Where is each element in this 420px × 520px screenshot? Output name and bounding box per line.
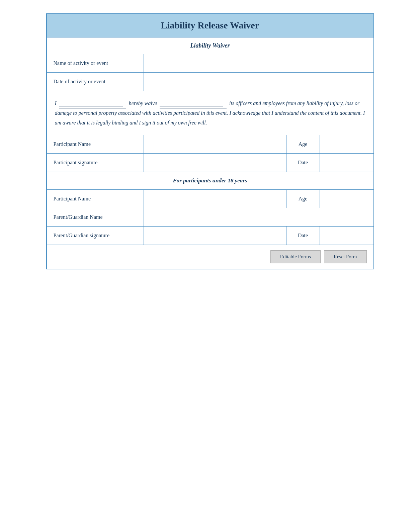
participant-age-input-cell — [320, 135, 373, 153]
waiver-org-input-wrapper — [160, 98, 227, 108]
form-container: Liability Release Waiver Liability Waive… — [46, 13, 374, 269]
activity-date-input[interactable] — [147, 76, 371, 88]
guardian-date-input-cell — [320, 227, 373, 245]
under18-header: For participants under 18 years — [47, 172, 373, 190]
minor-age-input[interactable] — [323, 193, 371, 205]
participant-age-input[interactable] — [323, 138, 371, 151]
subtitle: Liability Waiver — [190, 42, 230, 49]
section-header: Liability Waiver — [47, 37, 373, 54]
participant-age-label: Age — [286, 135, 320, 153]
guardian-name-input[interactable] — [147, 211, 371, 224]
title-bar: Liability Release Waiver — [47, 14, 373, 37]
guardian-signature-row: Parent/Guardian signature Date — [47, 227, 373, 245]
guardian-name-label: Parent/Guardian Name — [47, 208, 144, 226]
guardian-name-row: Parent/Guardian Name — [47, 208, 373, 227]
activity-name-input-cell — [144, 54, 373, 72]
under18-label: For participants under 18 years — [173, 177, 247, 184]
participant-signature-label: Participant signature — [47, 154, 144, 172]
participant-name-row: Participant Name Age — [47, 135, 373, 154]
guardian-signature-label: Parent/Guardian signature — [47, 227, 144, 245]
waiver-name-input-wrapper — [59, 98, 126, 108]
footer-buttons: Editable Forms Reset Form — [47, 245, 373, 269]
waiver-part2: hereby waive — [129, 100, 157, 106]
activity-name-label: Name of activity or event — [47, 54, 144, 72]
minor-age-label: Age — [286, 190, 320, 208]
minor-name-input-cell — [144, 190, 286, 208]
editable-forms-button[interactable]: Editable Forms — [270, 250, 321, 263]
waiver-part1: I — [55, 100, 57, 106]
activity-name-row: Name of activity or event — [47, 54, 373, 73]
guardian-signature-input[interactable] — [147, 230, 283, 242]
participant-name-input[interactable] — [147, 138, 283, 151]
guardian-date-label: Date — [286, 227, 320, 245]
waiver-org-input[interactable] — [160, 100, 223, 106]
participant-name-input-cell — [144, 135, 286, 153]
waiver-name-input[interactable] — [59, 100, 123, 106]
form-title: Liability Release Waiver — [50, 20, 370, 31]
reset-form-button[interactable]: Reset Form — [324, 250, 367, 263]
guardian-signature-input-cell — [144, 227, 286, 245]
guardian-date-input[interactable] — [323, 230, 371, 242]
participant-sig-date-input-cell — [320, 154, 373, 172]
minor-name-input[interactable] — [147, 193, 283, 205]
activity-date-label: Date of activity or event — [47, 73, 144, 91]
activity-date-input-cell — [144, 73, 373, 91]
waiver-text-section: I hereby waive its officers and employee… — [47, 91, 373, 135]
activity-name-input[interactable] — [147, 57, 371, 70]
participant-sig-date-input[interactable] — [323, 157, 371, 169]
activity-date-row: Date of activity or event — [47, 73, 373, 91]
guardian-name-input-cell — [144, 208, 373, 226]
minor-name-label: Participant Name — [47, 190, 144, 208]
participant-signature-row: Participant signature Date — [47, 154, 373, 172]
participant-sig-date-label: Date — [286, 154, 320, 172]
minor-name-row: Participant Name Age — [47, 190, 373, 208]
participant-signature-input[interactable] — [147, 157, 283, 169]
participant-signature-input-cell — [144, 154, 286, 172]
minor-age-input-cell — [320, 190, 373, 208]
participant-name-label: Participant Name — [47, 135, 144, 153]
